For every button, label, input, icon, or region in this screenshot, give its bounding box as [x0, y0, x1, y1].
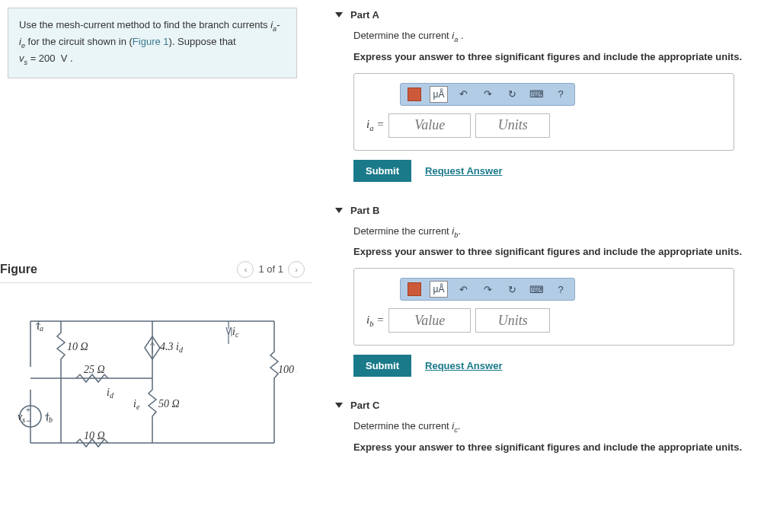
answer-box-a: μÅ ↶ ↷ ↻ ⌨ ? ia = — [353, 73, 734, 151]
svg-text:50 Ω: 50 Ω — [158, 398, 180, 409]
value-input-b[interactable] — [388, 308, 471, 333]
units-input-a[interactable] — [475, 113, 550, 138]
svg-text:vs: vs — [18, 411, 25, 424]
help-icon[interactable]: ? — [551, 86, 570, 103]
units-input-b[interactable] — [475, 308, 550, 333]
part-b-instruction: Express your answer to three significant… — [353, 246, 765, 257]
redo-icon[interactable]: ↷ — [478, 86, 497, 103]
svg-text:25 Ω: 25 Ω — [84, 364, 105, 375]
undo-icon[interactable]: ↶ — [454, 281, 472, 298]
value-input-a[interactable] — [388, 113, 471, 138]
part-b-title: Part B — [350, 205, 379, 216]
svg-text:ic: ic — [232, 326, 239, 339]
units-picker-icon[interactable]: μÅ — [430, 281, 448, 298]
svg-text:10 Ω: 10 Ω — [67, 341, 88, 352]
template-icon[interactable] — [405, 86, 424, 103]
part-c-determine: Determine the current ic. — [353, 420, 765, 434]
svg-text:ie: ie — [133, 398, 140, 411]
figure-link[interactable]: Figure 1 — [133, 36, 169, 47]
part-b-determine: Determine the current ib. — [353, 225, 765, 239]
figure-next-button[interactable]: › — [288, 261, 305, 278]
answer-box-b: μÅ ↶ ↷ ↻ ⌨ ? ib = — [353, 268, 734, 346]
var-label-b: ib = — [366, 314, 384, 328]
submit-button-a[interactable]: Submit — [353, 160, 411, 182]
toolbar-b: μÅ ↶ ↷ ↻ ⌨ ? — [400, 278, 575, 301]
figure-prev-button[interactable]: ‹ — [237, 261, 254, 278]
submit-button-b[interactable]: Submit — [353, 355, 411, 377]
svg-text:+: + — [26, 406, 30, 414]
reset-icon[interactable]: ↻ — [503, 281, 521, 298]
help-icon[interactable]: ? — [551, 281, 570, 298]
template-icon[interactable] — [405, 281, 424, 298]
svg-text:−: − — [26, 416, 31, 426]
figure-counter: 1 of 1 — [258, 263, 283, 275]
undo-icon[interactable]: ↶ — [454, 86, 472, 103]
svg-text:id: id — [107, 387, 114, 400]
keyboard-icon[interactable]: ⌨ — [527, 86, 545, 103]
part-c-instruction: Express your answer to three significant… — [353, 441, 765, 453]
svg-text:10 Ω: 10 Ω — [84, 430, 105, 441]
toolbar-a: μÅ ↶ ↷ ↻ ⌨ ? — [400, 83, 575, 106]
collapse-toggle-part-a[interactable] — [335, 12, 343, 18]
request-answer-link-b[interactable]: Request Answer — [425, 360, 502, 371]
figure-title: Figure — [0, 263, 37, 276]
svg-text:100 Ω: 100 Ω — [278, 364, 297, 375]
part-a-instruction: Express your answer to three significant… — [353, 51, 765, 62]
part-a-title: Part A — [350, 9, 379, 21]
var-label-a: ia = — [366, 118, 384, 132]
redo-icon[interactable]: ↷ — [478, 281, 497, 298]
part-c-title: Part C — [350, 400, 379, 411]
problem-statement: Use the mesh-current method to find the … — [8, 8, 297, 78]
collapse-toggle-part-b[interactable] — [335, 208, 343, 213]
request-answer-link-a[interactable]: Request Answer — [425, 165, 502, 177]
collapse-toggle-part-c[interactable] — [335, 403, 343, 408]
keyboard-icon[interactable]: ⌨ — [527, 281, 545, 298]
svg-text:4.3 id: 4.3 id — [160, 341, 184, 354]
part-a-determine: Determine the current ia . — [353, 30, 765, 43]
svg-text:ib: ib — [46, 411, 53, 424]
reset-icon[interactable]: ↻ — [503, 86, 521, 103]
units-picker-icon[interactable]: μÅ — [430, 86, 448, 103]
circuit-figure: + − ia 10 — [15, 306, 312, 460]
